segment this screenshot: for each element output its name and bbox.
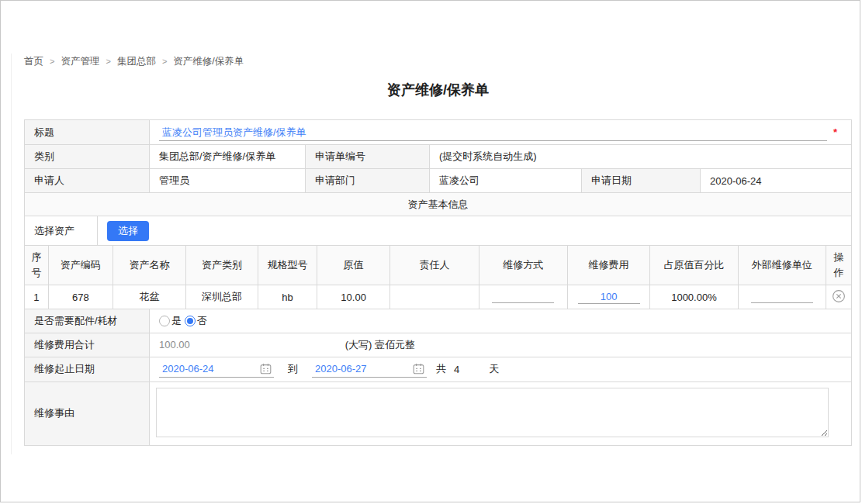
main-content: 首页 > 资产管理 > 集团总部 > 资产维修/保养单 资产维修/保养单 标题 … — [24, 55, 852, 446]
circle-x-icon[interactable] — [832, 289, 846, 303]
col-header-asset-name: 资产名称 — [113, 246, 185, 285]
applicant-label: 申请人 — [25, 169, 149, 192]
radio-circle-unchecked[interactable] — [159, 316, 170, 326]
radio-option-no[interactable]: 否 — [185, 314, 207, 328]
form-row-select-asset: 选择资产 选择 — [25, 216, 851, 245]
col-header-external-unit: 外部维修单位 — [738, 246, 826, 285]
category-label: 类别 — [25, 145, 149, 168]
asset-repair-form: 标题 蓝凌公司管理员资产维修/保养单 * 类别 集团总部/资产维修/保养单 申请… — [24, 119, 852, 446]
end-date-value[interactable]: 2020-06-27 — [315, 363, 367, 375]
asset-table-wrap: 序号 资产编码 资产名称 资产类别 规格型号 原值 责任人 维修方式 维修费用 … — [25, 245, 851, 309]
external-unit-input[interactable] — [751, 289, 813, 303]
apply-dept-label: 申请部门 — [305, 169, 429, 192]
apply-date-label: 申请日期 — [581, 169, 700, 192]
form-row-title: 标题 蓝凌公司管理员资产维修/保养单 * — [25, 120, 851, 144]
apply-dept-value: 蓝凌公司 — [429, 169, 581, 192]
form-row-section: 资产基本信息 — [25, 192, 851, 216]
asset-table: 序号 资产编码 资产名称 资产类别 规格型号 原值 责任人 维修方式 维修费用 … — [25, 246, 851, 309]
col-header-seq: 序号 — [25, 246, 48, 285]
form-row-category: 类别 集团总部/资产维修/保养单 申请单编号 (提交时系统自动生成) — [25, 144, 851, 168]
form-row-total-cost: 维修费用合计 100.00 (大写) 壹佰元整 — [25, 333, 851, 357]
col-header-owner: 责任人 — [390, 246, 479, 285]
need-parts-options: 是 否 — [149, 309, 851, 333]
repair-reason-textarea[interactable] — [156, 388, 829, 437]
apply-date-value: 2020-06-24 — [700, 169, 851, 192]
repair-method-input[interactable] — [492, 289, 554, 303]
select-asset-label: 选择资产 — [25, 216, 97, 245]
radio-label-no: 否 — [197, 314, 207, 328]
cell-asset-category: 深圳总部 — [186, 285, 258, 309]
breadcrumb-asset-management[interactable]: 资产管理 — [61, 55, 99, 68]
category-value: 集团总部/资产维修/保养单 — [149, 145, 305, 168]
asset-table-header-row: 序号 资产编码 资产名称 资产类别 规格型号 原值 责任人 维修方式 维修费用 … — [25, 246, 851, 285]
cell-repair-method — [479, 285, 567, 309]
period-cell: 2020-06-24 到 20 — [149, 357, 851, 381]
title-value-cell: 蓝凌公司管理员资产维修/保养单 * — [149, 120, 851, 144]
applicant-value: 管理员 — [149, 169, 305, 192]
col-header-asset-code: 资产编码 — [48, 246, 113, 285]
col-header-asset-category: 资产类别 — [186, 246, 258, 285]
start-date-value[interactable]: 2020-06-24 — [162, 363, 214, 375]
asset-table-row: 1 678 花盆 深圳总部 hb 10.00 100 1000.00 — [25, 285, 851, 309]
panel-edge-divider — [11, 54, 12, 454]
cell-owner — [390, 285, 479, 309]
start-date-picker[interactable]: 2020-06-24 — [159, 361, 274, 378]
cell-actions — [826, 285, 851, 309]
col-header-original-value: 原值 — [317, 246, 390, 285]
period-unit-label: 天 — [489, 362, 499, 376]
radio-label-yes: 是 — [171, 314, 182, 328]
repair-cost-input[interactable]: 100 — [578, 290, 640, 304]
end-date-picker[interactable]: 2020-06-27 — [312, 361, 427, 378]
cell-asset-name: 花盆 — [113, 285, 185, 309]
cell-percent: 1000.00% — [650, 285, 738, 309]
breadcrumb-home[interactable]: 首页 — [24, 55, 43, 68]
total-cost-cell: 100.00 (大写) 壹佰元整 — [149, 333, 851, 357]
need-parts-label: 是否需要配件/耗材 — [25, 309, 149, 333]
breadcrumb-group-hq[interactable]: 集团总部 — [117, 55, 156, 68]
required-marker: * — [833, 126, 837, 138]
col-header-actions: 操作 — [826, 246, 851, 285]
form-row-applicant: 申请人 管理员 申请部门 蓝凌公司 申请日期 2020-06-24 — [25, 168, 851, 192]
reason-label: 维修事由 — [25, 382, 149, 445]
request-no-value: (提交时系统自动生成) — [429, 145, 851, 168]
total-cost-value: 100.00 — [159, 339, 190, 350]
radio-option-yes[interactable]: 是 — [159, 314, 182, 328]
col-header-percent: 占原值百分比 — [650, 246, 738, 285]
breadcrumb-separator: > — [50, 57, 54, 66]
breadcrumb-separator: > — [162, 57, 167, 66]
col-header-repair-method: 维修方式 — [479, 246, 567, 285]
breadcrumb-current-page[interactable]: 资产维修/保养单 — [173, 55, 244, 68]
app-window: 首页 > 资产管理 > 集团总部 > 资产维修/保养单 资产维修/保养单 标题 … — [0, 0, 860, 502]
period-total-label: 共 — [436, 362, 446, 376]
cell-repair-cost: 100 — [567, 285, 649, 309]
breadcrumb-separator: > — [106, 57, 110, 66]
form-row-need-parts: 是否需要配件/耗材 是 否 — [25, 309, 851, 333]
period-to-label: 到 — [288, 362, 298, 376]
calendar-icon[interactable] — [260, 363, 272, 375]
reason-cell — [149, 382, 851, 445]
request-no-label: 申请单编号 — [305, 145, 429, 168]
form-row-period: 维修起止日期 2020-06-24 — [25, 357, 851, 381]
select-asset-button[interactable]: 选择 — [107, 221, 149, 241]
period-days-value: 4 — [454, 364, 459, 375]
cell-seq: 1 — [25, 285, 48, 309]
form-row-reason: 维修事由 — [25, 381, 851, 445]
total-cost-caps: (大写) 壹佰元整 — [345, 338, 415, 352]
breadcrumb: 首页 > 资产管理 > 集团总部 > 资产维修/保养单 — [24, 55, 852, 67]
cell-model: hb — [258, 285, 317, 309]
calendar-icon[interactable] — [413, 363, 424, 375]
total-cost-label: 维修费用合计 — [25, 333, 149, 357]
title-input[interactable]: 蓝凌公司管理员资产维修/保养单 — [159, 124, 827, 141]
cell-asset-code: 678 — [48, 285, 113, 309]
select-asset-cell: 选择 — [97, 216, 851, 245]
col-header-model: 规格型号 — [258, 246, 317, 285]
section-title-asset-info: 资产基本信息 — [25, 193, 851, 216]
col-header-repair-cost: 维修费用 — [567, 246, 649, 285]
page-title: 资产维修/保养单 — [24, 81, 852, 99]
cell-original-value: 10.00 — [317, 285, 390, 309]
cell-external-unit — [738, 285, 826, 309]
radio-circle-checked[interactable] — [185, 316, 196, 326]
title-label: 标题 — [25, 120, 149, 144]
period-label: 维修起止日期 — [25, 357, 149, 381]
